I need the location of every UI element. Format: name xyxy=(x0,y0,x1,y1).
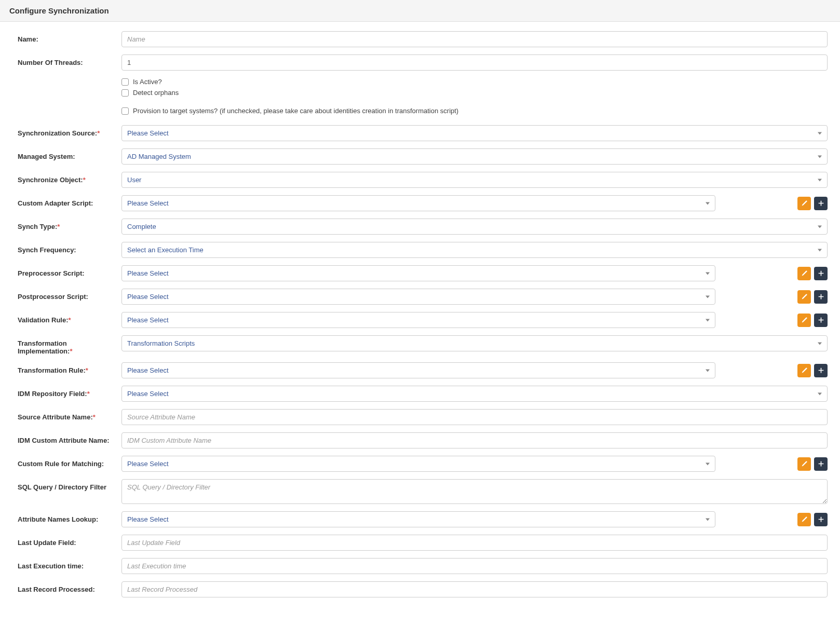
pencil-icon xyxy=(801,317,808,323)
sync-object-select[interactable]: User xyxy=(121,172,828,188)
chevron-down-icon xyxy=(818,179,822,181)
chevron-down-icon xyxy=(818,249,822,251)
chevron-down-icon xyxy=(706,462,710,465)
chevron-down-icon xyxy=(818,392,822,395)
validation-rule-edit-button[interactable] xyxy=(797,314,811,327)
postprocessor-select[interactable]: Please Select xyxy=(121,289,715,305)
label-attr-names-lookup: Attribute Names Lookup: xyxy=(18,511,121,523)
label-num-threads: Number Of Threads: xyxy=(18,55,121,66)
plus-icon xyxy=(818,317,824,323)
plus-icon xyxy=(818,516,824,523)
label-name: Name: xyxy=(18,31,121,43)
attr-names-lookup-edit-button[interactable] xyxy=(797,513,811,526)
pencil-icon xyxy=(801,516,808,523)
custom-rule-matching-select[interactable]: Please Select xyxy=(121,456,715,472)
label-transform-impl: Transformation Implementation:* xyxy=(18,335,121,355)
label-managed-system: Managed System: xyxy=(18,148,121,160)
label-sync-object: Synchronize Object:* xyxy=(18,172,121,184)
is-active-checkbox[interactable] xyxy=(121,78,129,86)
custom-rule-edit-button[interactable] xyxy=(797,457,811,471)
custom-adapter-add-button[interactable] xyxy=(814,197,828,210)
label-transform-rule: Transformation Rule:* xyxy=(18,362,121,374)
label-preprocessor: Preprocessor Script: xyxy=(18,265,121,277)
pencil-icon xyxy=(801,270,808,277)
source-attr-input[interactable] xyxy=(121,409,828,425)
managed-system-select[interactable]: AD Managed System xyxy=(121,148,828,165)
preprocessor-edit-button[interactable] xyxy=(797,267,811,280)
transform-rule-select[interactable]: Please Select xyxy=(121,362,715,378)
chevron-down-icon xyxy=(706,369,710,372)
pencil-icon xyxy=(801,460,808,467)
page-title: Configure Synchronization xyxy=(9,6,831,15)
label-last-update-field: Last Update Field: xyxy=(18,535,121,547)
custom-adapter-edit-button[interactable] xyxy=(797,197,811,210)
sql-query-textarea[interactable] xyxy=(121,479,828,504)
label-custom-adapter: Custom Adapter Script: xyxy=(18,195,121,207)
transform-impl-select[interactable]: Transformation Scripts xyxy=(121,335,828,351)
chevron-down-icon xyxy=(706,202,710,205)
chevron-down-icon xyxy=(818,342,822,345)
num-threads-input[interactable] xyxy=(121,55,828,71)
last-record-processed-input[interactable] xyxy=(121,581,828,597)
detect-orphans-checkbox[interactable] xyxy=(121,89,129,97)
chevron-down-icon xyxy=(706,272,710,275)
last-update-field-input[interactable] xyxy=(121,535,828,551)
sync-form: Name: Number Of Threads: Is Active? Dete… xyxy=(0,22,840,607)
idm-custom-attr-input[interactable] xyxy=(121,432,828,448)
sync-source-select[interactable]: Please Select xyxy=(121,125,828,141)
label-last-record-processed: Last Record Processed: xyxy=(18,581,121,593)
label-idm-custom-attr: IDM Custom Attribute Name: xyxy=(18,432,121,444)
plus-icon xyxy=(818,367,824,374)
provision-label[interactable]: Provision to target systems? (if uncheck… xyxy=(133,107,458,115)
is-active-label[interactable]: Is Active? xyxy=(133,78,162,86)
chevron-down-icon xyxy=(706,518,710,521)
label-synch-type: Synch Type:* xyxy=(18,219,121,230)
label-custom-rule-matching: Custom Rule for Matching: xyxy=(18,456,121,468)
label-idm-repo: IDM Repository Field:* xyxy=(18,386,121,398)
pencil-icon xyxy=(801,200,808,207)
synch-type-select[interactable]: Complete xyxy=(121,219,828,235)
name-input[interactable] xyxy=(121,31,828,47)
postprocessor-edit-button[interactable] xyxy=(797,290,811,304)
custom-rule-add-button[interactable] xyxy=(814,457,828,471)
detect-orphans-label[interactable]: Detect orphans xyxy=(133,89,179,97)
chevron-down-icon xyxy=(706,319,710,321)
label-postprocessor: Postprocessor Script: xyxy=(18,289,121,301)
page-header: Configure Synchronization xyxy=(0,0,840,22)
plus-icon xyxy=(818,460,824,467)
transform-rule-add-button[interactable] xyxy=(814,364,828,377)
postprocessor-add-button[interactable] xyxy=(814,290,828,304)
preprocessor-select[interactable]: Please Select xyxy=(121,265,715,281)
chevron-down-icon xyxy=(818,132,822,134)
transform-rule-edit-button[interactable] xyxy=(797,364,811,377)
label-validation-rule: Validation Rule:* xyxy=(18,312,121,324)
label-source-attr: Source Attribute Name:* xyxy=(18,409,121,421)
validation-rule-select[interactable]: Please Select xyxy=(121,312,715,328)
label-last-exec-time: Last Execution time: xyxy=(18,558,121,570)
validation-rule-add-button[interactable] xyxy=(814,314,828,327)
last-exec-time-input[interactable] xyxy=(121,558,828,574)
plus-icon xyxy=(818,293,824,300)
plus-icon xyxy=(818,270,824,277)
custom-adapter-select[interactable]: Please Select xyxy=(121,195,715,211)
label-sql-query: SQL Query / Directory Filter xyxy=(18,479,121,491)
attr-names-lookup-add-button[interactable] xyxy=(814,513,828,526)
plus-icon xyxy=(818,200,824,207)
label-sync-source: Synchronization Source:* xyxy=(18,125,121,137)
pencil-icon xyxy=(801,367,808,374)
chevron-down-icon xyxy=(818,155,822,158)
provision-checkbox[interactable] xyxy=(121,107,129,115)
chevron-down-icon xyxy=(818,225,822,228)
preprocessor-add-button[interactable] xyxy=(814,267,828,280)
idm-repo-select[interactable]: Please Select xyxy=(121,386,828,402)
pencil-icon xyxy=(801,293,808,300)
attr-names-lookup-select[interactable]: Please Select xyxy=(121,511,715,527)
chevron-down-icon xyxy=(706,295,710,298)
label-synch-freq: Synch Frequency: xyxy=(18,242,121,254)
synch-freq-select[interactable]: Select an Execution Time xyxy=(121,242,828,258)
